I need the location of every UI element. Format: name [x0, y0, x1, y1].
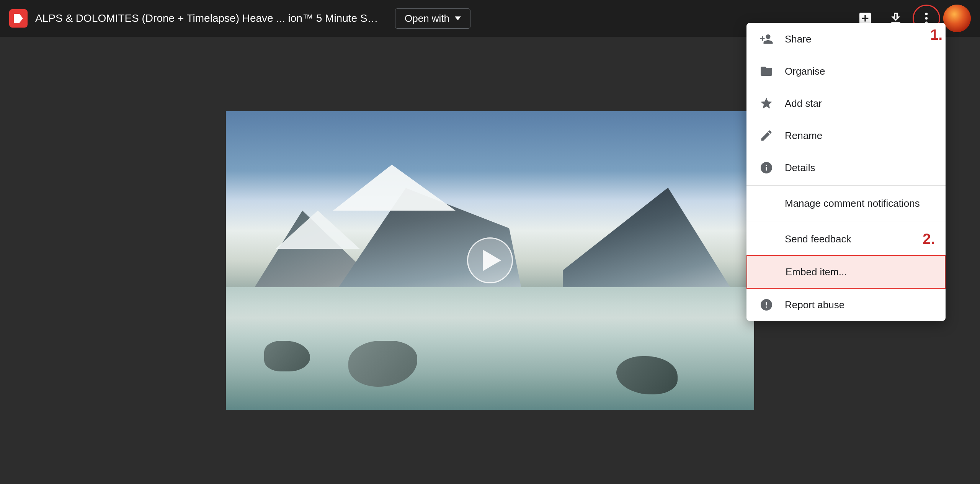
menu-item-details[interactable]: Details — [746, 152, 946, 184]
menu-item-add-star[interactable]: Add star — [746, 87, 946, 119]
send-feedback-icon — [759, 231, 774, 247]
manage-comment-icon — [759, 196, 774, 211]
chevron-down-icon — [455, 16, 461, 20]
annotation-2: 2. — [923, 231, 935, 247]
menu-item-organise[interactable]: Organise — [746, 55, 946, 87]
menu-item-report-abuse[interactable]: Report abuse — [746, 289, 946, 321]
details-label: Details — [785, 162, 815, 174]
snow-left — [276, 211, 360, 249]
report-abuse-label: Report abuse — [785, 299, 844, 311]
rock2 — [348, 341, 417, 387]
info-icon — [759, 160, 774, 175]
open-with-label: Open with — [405, 13, 449, 25]
svg-point-1 — [925, 17, 928, 20]
glacier — [226, 287, 754, 410]
embed-label: Embed item... — [786, 266, 847, 278]
menu-divider-1 — [746, 185, 946, 186]
play-icon — [483, 250, 501, 271]
file-title: ALPS & DOLOMITES (Drone + Timelapse) Hea… — [35, 12, 380, 25]
play-button[interactable] — [467, 237, 513, 283]
open-with-button[interactable]: Open with — [395, 8, 470, 29]
annotation-1: 1. — [930, 27, 942, 43]
person-add-icon — [759, 31, 774, 47]
embed-icon — [760, 264, 775, 280]
rock3 — [616, 356, 678, 394]
add-star-label: Add star — [785, 98, 822, 110]
video-frame — [226, 111, 754, 410]
menu-item-rename[interactable]: Rename — [746, 119, 946, 152]
avatar[interactable] — [943, 5, 971, 32]
folder-icon — [759, 64, 774, 79]
star-icon — [759, 96, 774, 111]
menu-item-embed[interactable]: Embed item... — [746, 255, 946, 289]
dropdown-menu: Share 1. Organise Add star Rename — [746, 23, 946, 321]
organise-label: Organise — [785, 65, 825, 77]
rename-label: Rename — [785, 130, 822, 142]
menu-divider-2 — [746, 221, 946, 221]
share-label: Share — [785, 33, 811, 45]
app-logo — [9, 9, 28, 28]
menu-item-send-feedback[interactable]: Send feedback 2. — [746, 223, 946, 255]
manage-comment-label: Manage comment notifications — [785, 198, 920, 209]
svg-point-0 — [925, 13, 928, 15]
rock1 — [264, 341, 310, 371]
alert-icon — [759, 297, 774, 312]
menu-item-share[interactable]: Share 1. — [746, 23, 946, 55]
menu-item-manage-comment[interactable]: Manage comment notifications — [746, 187, 946, 219]
pencil-icon — [759, 128, 774, 143]
snow-center — [333, 165, 456, 211]
send-feedback-label: Send feedback — [785, 233, 851, 245]
